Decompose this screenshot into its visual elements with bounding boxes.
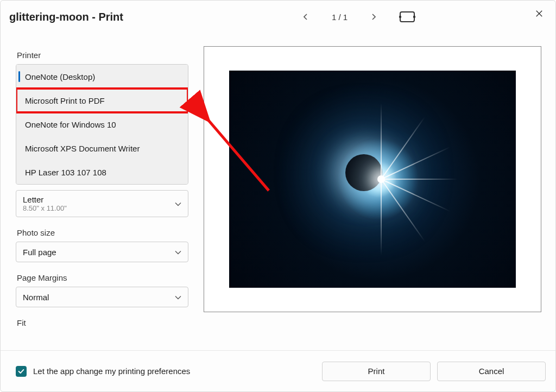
page-next-button[interactable] [367,10,380,23]
page-margins-dropdown[interactable]: Normal [16,287,188,307]
chevron-down-icon [175,248,181,257]
paper-name: Letter [23,195,43,204]
photo-size-label: Photo size [17,228,188,237]
options-pane: Printer OneNote (Desktop)Microsoft Print… [1,33,197,350]
chevron-down-icon [175,199,181,208]
print-button[interactable]: Print [322,362,431,381]
paper-dims: 8.50" x 11.00" [23,204,67,212]
printer-item[interactable]: Microsoft XPS Document Writer [16,136,188,160]
printing-prefs-checkbox[interactable] [16,366,27,377]
preview-image [229,71,516,288]
page-margins-label: Page Margins [17,273,188,282]
cancel-button[interactable]: Cancel [437,362,546,381]
printer-label: Printer [17,50,188,60]
fit-label: Fit [17,318,188,327]
chevron-left-icon [304,14,308,20]
printer-item[interactable]: OneNote for Windows 10 [16,112,188,136]
printing-prefs-label: Let the app change my printing preferenc… [33,366,190,376]
page-prev-button[interactable] [299,10,312,23]
sun-ray [381,179,457,180]
dialog-title: glittering-moon - Print [9,11,123,23]
title-bar: glittering-moon - Print 1 / 1 [1,1,555,33]
photo-size-dropdown[interactable]: Full page [16,242,188,262]
paper-size-dropdown[interactable]: Letter 8.50" x 11.00" [16,190,188,217]
chevron-right-icon [371,14,376,20]
printer-list: OneNote (Desktop)Microsoft Print to PDFO… [16,64,188,185]
preview-frame [204,46,541,312]
eclipse-moon [345,154,382,191]
sun-ray [381,103,382,179]
dialog-footer: Let the app change my printing preferenc… [1,350,555,391]
sun-ray [381,117,425,180]
preview-page [216,58,529,301]
sun-ray [381,179,382,255]
preview-pane [197,33,555,350]
page-margins-value: Normal [23,293,49,302]
dialog-body: Printer OneNote (Desktop)Microsoft Print… [1,33,555,350]
fullscreen-button[interactable] [400,11,415,22]
check-icon [17,368,25,375]
chevron-down-icon [175,293,181,302]
photo-size-value: Full page [23,248,56,257]
page-nav: 1 / 1 [299,1,415,33]
printer-item[interactable]: OneNote (Desktop) [16,65,188,88]
page-indicator: 1 / 1 [332,12,348,22]
print-dialog: glittering-moon - Print 1 / 1 Printer On… [0,0,556,392]
printer-item[interactable]: HP Laser 103 107 108 [16,160,188,184]
printer-item[interactable]: Microsoft Print to PDF [16,88,188,112]
